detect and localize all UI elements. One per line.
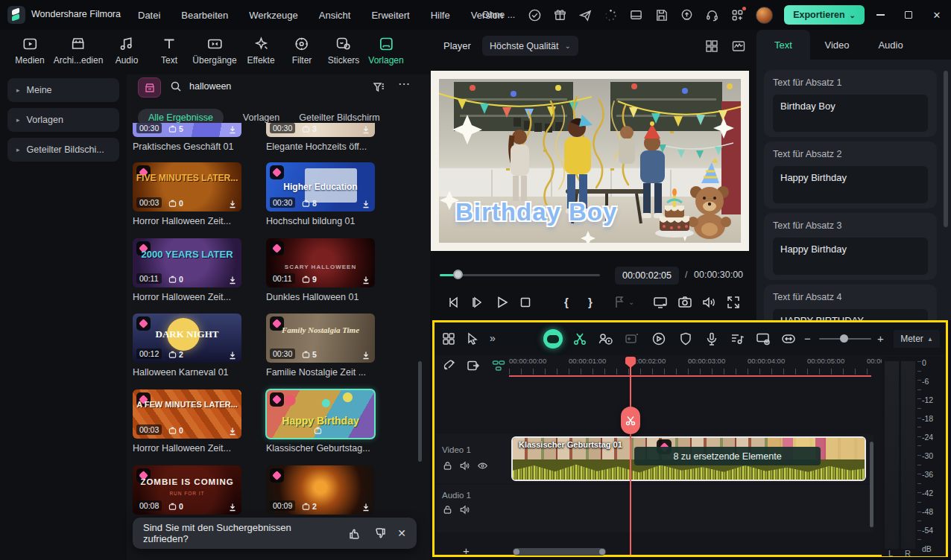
chevron-down-icon[interactable]: ⌄: [628, 298, 634, 306]
audio-list-icon[interactable]: [729, 331, 745, 347]
template-card[interactable]: 00:30 3 Elegante Hochzeits öff...: [266, 123, 375, 152]
minimize-button[interactable]: [866, 0, 894, 30]
more-tools-chevron-icon[interactable]: »: [490, 332, 506, 349]
template-card[interactable]: DARK NIGHT 00:12 2 Halloween Karneval 01: [133, 314, 241, 378]
template-card[interactable]: 2000 YEARS LATER 00:11 0 Horror Hallowee…: [133, 238, 241, 302]
download-icon[interactable]: [228, 351, 237, 360]
support-headset-icon[interactable]: [705, 8, 719, 22]
previous-frame-button[interactable]: [445, 294, 461, 311]
display-mode-button[interactable]: [652, 294, 669, 311]
upload-icon[interactable]: [680, 8, 694, 22]
download-icon[interactable]: [228, 427, 237, 436]
close-button[interactable]: ✕: [923, 0, 951, 30]
properties-scrollbar[interactable]: [944, 71, 948, 227]
microphone-icon[interactable]: [704, 331, 720, 347]
workspace-icon[interactable]: [629, 8, 643, 22]
download-icon[interactable]: [361, 276, 370, 284]
add-track-button[interactable]: +: [463, 544, 470, 557]
zoom-out-icon[interactable]: −: [804, 332, 821, 349]
download-icon[interactable]: [361, 503, 370, 512]
template-card[interactable]: Higher Education 00:30 8 Hochschul bildu…: [266, 162, 375, 226]
tab-vorlagen[interactable]: Vorlagen: [368, 36, 403, 66]
stop-button[interactable]: [517, 294, 534, 311]
playback-slider[interactable]: [440, 274, 600, 276]
thumbs-down-icon[interactable]: [373, 526, 387, 541]
menu-werkzeuge[interactable]: Werkzeuge: [249, 10, 298, 21]
zoom-slider-knob[interactable]: [840, 334, 848, 343]
menu-erweitert[interactable]: Erweitert: [371, 10, 409, 21]
tab-text[interactable]: Text: [161, 36, 177, 66]
snapshot-camera-icon[interactable]: [677, 294, 693, 311]
maximize-button[interactable]: [894, 0, 923, 30]
add-clip-icon[interactable]: [624, 331, 640, 347]
project-name[interactable]: Ohne ...: [482, 10, 515, 20]
sort-filter-icon[interactable]: [372, 80, 385, 94]
next-frame-button[interactable]: [469, 294, 485, 311]
menu-ansicht[interactable]: Ansicht: [319, 10, 351, 21]
ai-assistant-icon[interactable]: [543, 329, 563, 349]
template-card-selected[interactable]: Happy Birthday Klassischer Geburtstag...: [266, 389, 375, 454]
play-button[interactable]: [493, 294, 510, 311]
select-cursor-icon[interactable]: [464, 331, 481, 347]
playback-slider-knob[interactable]: [453, 270, 463, 279]
mark-out-button[interactable]: }: [588, 296, 593, 308]
zoom-in-icon[interactable]: +: [877, 332, 894, 349]
snap-magnet-icon[interactable]: [442, 358, 457, 373]
search-bar[interactable]: halloween: [170, 80, 231, 92]
video-preview[interactable]: Birthday Boy: [431, 71, 749, 251]
template-card[interactable]: A FEW MINUTES LATER... 00:03 0 Horror Ha…: [133, 389, 241, 454]
apps-grid-icon[interactable]: [730, 8, 745, 22]
media-blocks-icon[interactable]: [440, 331, 457, 347]
sidebar-item-vorlagen[interactable]: ▸ Vorlagen: [7, 108, 119, 132]
share-icon[interactable]: [578, 8, 593, 22]
quality-dropdown[interactable]: Höchste Qualität ⌄: [482, 36, 578, 56]
track-scrollbar[interactable]: [870, 442, 873, 527]
template-card[interactable]: Family Nostalgia Time 00:30 5 Familie No…: [266, 314, 375, 378]
template-card[interactable]: 00:09 2: [266, 465, 375, 515]
split-scissors-button[interactable]: [621, 407, 640, 434]
download-icon[interactable]: [361, 351, 370, 360]
menu-hilfe[interactable]: Hilfe: [431, 10, 450, 21]
layout-grid-icon[interactable]: [704, 39, 719, 54]
tab-video[interactable]: Video: [810, 30, 864, 60]
text-input-absatz-1[interactable]: Birthday Boy: [773, 95, 928, 132]
download-icon[interactable]: [361, 125, 370, 134]
lock-icon[interactable]: [442, 504, 453, 515]
download-icon[interactable]: [361, 200, 370, 209]
sidebar-item-meine[interactable]: ▸ Meine: [7, 78, 119, 102]
screen-settings-icon[interactable]: [755, 331, 771, 347]
record-voiceover-icon[interactable]: [597, 331, 613, 347]
tab-medien[interactable]: Medien: [15, 36, 44, 66]
store-filter-button[interactable]: [138, 77, 161, 98]
text-input-absatz-3[interactable]: Happy Birthday: [773, 238, 928, 275]
save-icon[interactable]: [654, 8, 669, 22]
media-scrollbar[interactable]: [418, 361, 422, 462]
playhead-line[interactable]: [630, 357, 631, 555]
tab-uebergaenge[interactable]: Übergänge: [192, 36, 236, 66]
manage-tracks-icon[interactable]: [491, 358, 506, 373]
mute-speaker-icon[interactable]: [459, 460, 470, 471]
playhead-handle[interactable]: [625, 357, 636, 368]
marker-button[interactable]: [610, 294, 627, 311]
speed-ramp-icon[interactable]: [651, 331, 667, 347]
smart-cut-icon[interactable]: [572, 331, 588, 347]
more-options-icon[interactable]: ⋯: [398, 77, 411, 91]
menu-datei[interactable]: Datei: [138, 10, 160, 21]
template-card[interactable]: 00:30 5 Praktisches Geschäft 01: [133, 123, 241, 152]
search-input[interactable]: halloween: [189, 81, 231, 92]
mask-shield-icon[interactable]: [677, 331, 694, 347]
tab-effekte[interactable]: Effekte: [247, 36, 274, 66]
text-input-absatz-2[interactable]: Happy Birthday: [773, 166, 928, 203]
fullscreen-icon[interactable]: [725, 294, 742, 311]
download-icon[interactable]: [228, 200, 237, 209]
tab-filter[interactable]: Filter: [292, 36, 312, 66]
template-card[interactable]: FIVE MINUTES LATER... 00:03 0 Horror Hal…: [133, 162, 241, 226]
tab-text[interactable]: Text: [756, 30, 810, 60]
gift-icon[interactable]: [553, 8, 567, 22]
template-card[interactable]: SCARY HALLOWEEN 00:11 9 Dunkles Hallowee…: [266, 238, 375, 302]
download-icon[interactable]: [228, 125, 237, 134]
meter-toggle-button[interactable]: Meter▲: [894, 330, 940, 348]
tab-stickers[interactable]: Stickers: [328, 36, 360, 66]
template-card[interactable]: ZOMBIE IS COMING RUN FOR IT 00:08 0: [133, 465, 241, 515]
visibility-eye-icon[interactable]: [477, 460, 488, 471]
